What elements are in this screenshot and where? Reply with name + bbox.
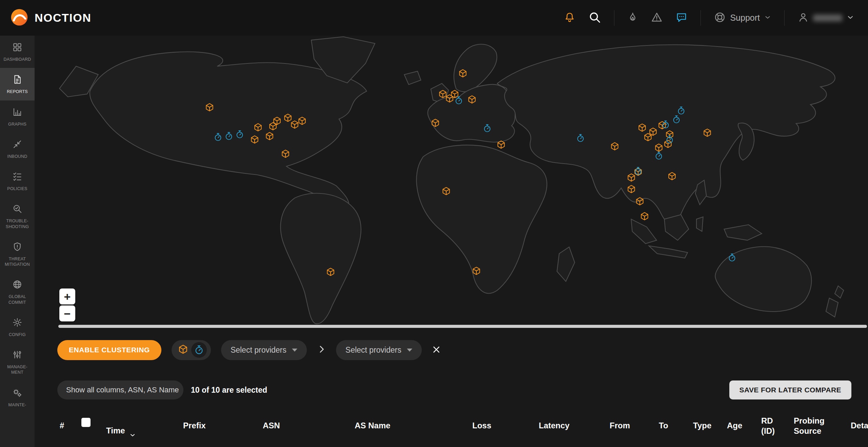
alerts-button[interactable] bbox=[651, 12, 663, 24]
timer-marker[interactable] bbox=[213, 133, 222, 143]
sidebar-item-label: DASHBOARD bbox=[4, 57, 31, 62]
lifering-icon bbox=[714, 11, 726, 25]
chat-bubble-icon bbox=[675, 11, 688, 24]
select-all-checkbox[interactable] bbox=[81, 418, 91, 427]
provider-select-1[interactable]: Select providers bbox=[221, 340, 307, 360]
user-menu[interactable] bbox=[797, 12, 854, 24]
map-zoom-controls: + − bbox=[59, 288, 75, 321]
main: DASHBOARD REPORTS GRAPHS bbox=[0, 36, 868, 447]
sidebar-item-troubleshooting[interactable]: TROUBLE- SHOOTING bbox=[0, 197, 35, 235]
sidebar-item-graphs[interactable]: GRAPHS bbox=[0, 100, 35, 133]
probe-marker[interactable] bbox=[441, 186, 451, 198]
col-prefix: Prefix bbox=[183, 421, 206, 431]
sidebar-item-management[interactable]: MANAGE- MENT bbox=[0, 343, 35, 381]
col-to: To bbox=[659, 421, 668, 431]
sort-chevron-icon bbox=[129, 421, 136, 441]
timer-marker[interactable] bbox=[728, 253, 737, 263]
app-root: NOCTION bbox=[0, 0, 868, 447]
probe-marker[interactable] bbox=[268, 122, 278, 133]
results-table-header: # Time Prefix ASN AS Name Loss Latency F… bbox=[35, 413, 868, 447]
sidebar-item-global-commit[interactable]: GLOBAL COMMIT bbox=[0, 273, 35, 311]
username-redacted bbox=[813, 15, 842, 21]
probe-marker[interactable] bbox=[250, 134, 259, 146]
timer-marker[interactable] bbox=[235, 130, 244, 141]
probe-marker[interactable] bbox=[640, 211, 650, 222]
chevron-down-icon bbox=[846, 13, 854, 23]
probe-marker[interactable] bbox=[610, 141, 619, 152]
sidebar: DASHBOARD REPORTS GRAPHS bbox=[0, 36, 35, 447]
chevron-down-icon bbox=[764, 14, 771, 22]
probe-marker[interactable] bbox=[667, 171, 677, 183]
dashboard-icon bbox=[12, 42, 22, 54]
support-menu[interactable]: Support bbox=[714, 11, 771, 25]
timer-marker[interactable] bbox=[633, 167, 643, 177]
probe-marker[interactable] bbox=[280, 149, 290, 160]
col-time[interactable]: Time bbox=[106, 421, 136, 441]
sidebar-item-maintenance[interactable]: MAINTE- bbox=[0, 381, 35, 413]
probe-marker[interactable] bbox=[467, 95, 477, 106]
col-type: Type bbox=[693, 421, 711, 431]
timer-marker[interactable] bbox=[654, 151, 664, 162]
probe-filter-button[interactable] bbox=[178, 344, 189, 356]
sidebar-item-config[interactable]: CONFIG bbox=[0, 311, 35, 343]
search-button[interactable] bbox=[588, 11, 601, 25]
zoom-out-button[interactable]: − bbox=[59, 305, 75, 321]
col-rd-id: RD (ID) bbox=[761, 416, 775, 436]
probe-marker[interactable] bbox=[431, 118, 440, 129]
brand[interactable]: NOCTION bbox=[10, 8, 91, 28]
probe-marker[interactable] bbox=[496, 139, 506, 151]
timer-marker[interactable] bbox=[672, 115, 681, 126]
col-as-name: AS Name bbox=[355, 421, 390, 431]
activity-flame-button[interactable] bbox=[627, 12, 638, 24]
probe-marker[interactable] bbox=[626, 184, 636, 195]
probe-marker[interactable] bbox=[458, 69, 468, 80]
col-loss: Loss bbox=[472, 421, 491, 431]
close-icon bbox=[432, 345, 441, 355]
probe-marker[interactable] bbox=[253, 122, 263, 133]
world-map[interactable]: + − bbox=[35, 36, 868, 329]
timer-filter-button[interactable] bbox=[191, 342, 207, 358]
clear-selection-button[interactable] bbox=[432, 345, 441, 355]
timer-marker[interactable] bbox=[454, 96, 463, 106]
probe-marker[interactable] bbox=[290, 119, 299, 131]
probe-marker[interactable] bbox=[643, 132, 653, 144]
provider-select-2[interactable]: Select providers bbox=[336, 340, 422, 360]
timer-marker[interactable] bbox=[576, 134, 585, 144]
topbar-divider bbox=[614, 10, 614, 26]
enable-clustering-button[interactable]: ENABLE CLUSTERING bbox=[57, 340, 161, 360]
noction-logo-icon bbox=[10, 8, 28, 28]
probe-marker[interactable] bbox=[471, 266, 481, 277]
col-probing-source: Probing Source bbox=[794, 416, 825, 436]
sliders-icon bbox=[12, 350, 22, 361]
sidebar-item-policies[interactable]: POLICIES bbox=[0, 165, 35, 197]
timer-marker[interactable] bbox=[224, 132, 233, 142]
providers-arrow-icon bbox=[317, 345, 326, 355]
sidebar-item-reports[interactable]: REPORTS bbox=[0, 68, 35, 100]
topbar-actions: Support bbox=[564, 10, 854, 26]
timer-marker[interactable] bbox=[482, 124, 492, 134]
timer-marker[interactable] bbox=[661, 120, 670, 130]
user-person-icon bbox=[797, 12, 809, 24]
col-details: Details bbox=[851, 421, 868, 431]
zoom-in-button[interactable]: + bbox=[59, 288, 75, 304]
sidebar-item-inbound[interactable]: INBOUND bbox=[0, 133, 35, 165]
probe-marker[interactable] bbox=[326, 267, 335, 278]
map-horizontal-scrollbar[interactable] bbox=[58, 325, 867, 328]
timer-marker[interactable] bbox=[665, 135, 674, 145]
save-for-later-compare-button[interactable]: SAVE FOR LATER COMPARE bbox=[729, 380, 851, 399]
chat-button[interactable] bbox=[675, 11, 688, 24]
probe-marker[interactable] bbox=[205, 102, 215, 113]
probe-marker[interactable] bbox=[635, 196, 645, 207]
sidebar-item-dashboard[interactable]: DASHBOARD bbox=[0, 36, 35, 68]
probe-marker[interactable] bbox=[265, 131, 275, 143]
probe-marker[interactable] bbox=[702, 128, 712, 139]
sidebar-item-label: MANAGE- MENT bbox=[7, 364, 27, 375]
notifications-button[interactable] bbox=[564, 12, 575, 24]
columns-select[interactable]: Show all columns, ASN, AS Name bbox=[57, 380, 183, 399]
sidebar-item-threat-mitigation[interactable]: THREAT MITIGATION bbox=[0, 235, 35, 273]
checklist-icon bbox=[12, 171, 22, 183]
caret-down-icon bbox=[407, 349, 412, 352]
gear-icon bbox=[12, 317, 22, 329]
topbar-divider bbox=[701, 10, 701, 26]
table-controls: Show all columns, ASN, AS Name 10 of 10 … bbox=[57, 380, 868, 399]
